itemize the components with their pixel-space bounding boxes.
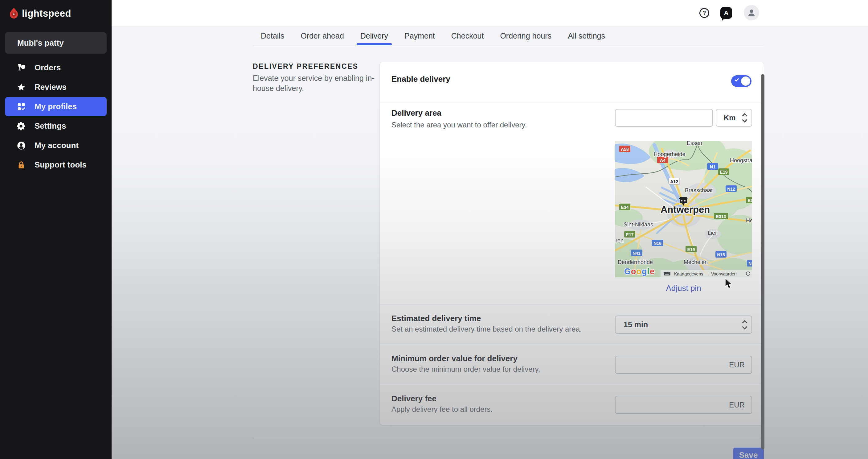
road-badge: E19 bbox=[718, 168, 729, 175]
adjust-pin-link[interactable]: Adjust pin bbox=[615, 284, 752, 293]
svg-text:N10: N10 bbox=[748, 261, 752, 266]
star-icon bbox=[16, 82, 27, 92]
tab-delivery[interactable]: Delivery bbox=[360, 31, 388, 40]
scrollbar-thumb[interactable] bbox=[761, 74, 765, 450]
svg-text:E313: E313 bbox=[716, 214, 726, 219]
minimum-order-label: Minimum order value for delivery bbox=[392, 354, 518, 363]
sidebar-item-my-profiles[interactable]: My profiles bbox=[5, 97, 107, 116]
svg-text:E17: E17 bbox=[626, 232, 634, 237]
google-logo[interactable]: Google bbox=[624, 267, 655, 276]
delivery-area-input[interactable] bbox=[615, 109, 713, 127]
map-data-attribution[interactable]: Kaartgegevens bbox=[674, 271, 703, 277]
svg-text:A4: A4 bbox=[660, 158, 665, 163]
lock-icon bbox=[16, 160, 27, 170]
lightspeed-flame-icon bbox=[9, 7, 19, 20]
svg-text:E19: E19 bbox=[720, 170, 728, 175]
minimum-order-field: EUR bbox=[615, 356, 752, 374]
map-city-label: Sint-Niklaas bbox=[624, 222, 653, 228]
svg-text:A12: A12 bbox=[670, 179, 678, 184]
road-badge: E19 bbox=[685, 246, 696, 252]
section-title: DELIVERY PREFERENCES bbox=[253, 62, 359, 70]
map-terms-link[interactable]: Voorwaarden bbox=[711, 271, 737, 277]
footer-divider bbox=[253, 439, 764, 439]
tab-ordering-hours[interactable]: Ordering hours bbox=[500, 31, 552, 40]
road-badge: E34 bbox=[619, 204, 630, 210]
road-badge: N10 bbox=[747, 260, 752, 266]
business-selector[interactable]: Mubi's patty bbox=[5, 32, 107, 54]
road-badge: E313 bbox=[714, 213, 728, 219]
svg-text:N15: N15 bbox=[717, 252, 725, 257]
svg-text:N16: N16 bbox=[653, 241, 661, 246]
road-badge: A4 bbox=[657, 157, 668, 163]
logo-text: lightspeed bbox=[22, 8, 71, 19]
road-badge: N41 bbox=[631, 250, 642, 256]
keyboard-icon[interactable] bbox=[664, 272, 671, 276]
sidebar-item-label: Orders bbox=[34, 63, 61, 73]
road-badge: N12 bbox=[725, 185, 737, 192]
sidebar-item-label: My account bbox=[34, 141, 79, 150]
tab-order-ahead[interactable]: Order ahead bbox=[301, 31, 344, 40]
tab-details[interactable]: Details bbox=[261, 31, 284, 40]
row-divider bbox=[380, 304, 764, 305]
estimated-time-label: Estimated delivery time bbox=[392, 314, 481, 323]
enable-delivery-toggle[interactable] bbox=[731, 75, 751, 87]
svg-text:E19: E19 bbox=[687, 247, 695, 252]
avatar-person-icon bbox=[747, 8, 756, 17]
road-badge: A58 bbox=[619, 146, 630, 152]
locale-badge-letter: A bbox=[724, 9, 728, 17]
top-header: ? A bbox=[112, 0, 868, 26]
sidebar-item-label: Support tools bbox=[34, 160, 87, 170]
toggle-knob bbox=[741, 77, 750, 86]
content-area: Details Order ahead Delivery Payment Che… bbox=[112, 26, 868, 459]
sidebar-item-my-account[interactable]: My account bbox=[5, 136, 107, 155]
sidebar-item-orders[interactable]: Orders bbox=[5, 58, 107, 78]
profiles-grid-icon bbox=[16, 102, 27, 112]
minimum-order-description: Choose the minimum order value for deliv… bbox=[392, 365, 540, 374]
map-city-label: Essen bbox=[687, 141, 702, 146]
delivery-fee-description: Apply delivery fee to all orders. bbox=[392, 405, 493, 414]
map-city-label: Hoogstraten bbox=[730, 157, 752, 164]
section-description: Elevate your service by enabling in-hous… bbox=[253, 73, 386, 93]
road-badge: E34 bbox=[746, 197, 752, 203]
delivery-area-description: Select the area you want to offer delive… bbox=[392, 121, 527, 129]
svg-text:N12: N12 bbox=[727, 187, 735, 192]
main-area: ? A Details Order ahead Delivery Payment… bbox=[112, 0, 868, 459]
road-badge: A12 bbox=[669, 178, 680, 184]
tab-all-settings[interactable]: All settings bbox=[568, 31, 605, 40]
sidebar-item-settings[interactable]: Settings bbox=[5, 116, 107, 136]
delivery-area-label: Delivery area bbox=[392, 108, 441, 118]
row-divider bbox=[380, 344, 764, 344]
sidebar-item-label: Reviews bbox=[34, 82, 67, 92]
delivery-area-map[interactable]: A58A4N1E19A12N12E34E34E313E17N16E19N41N1… bbox=[615, 141, 752, 277]
tab-checkout[interactable]: Checkout bbox=[451, 31, 484, 40]
estimated-time-select[interactable]: 15 min bbox=[615, 316, 752, 334]
road-badge: N1 bbox=[707, 163, 718, 170]
map-city-label: Dendermonde bbox=[618, 259, 653, 265]
stepper-chevrons-icon bbox=[743, 320, 747, 329]
unit-value: Km bbox=[724, 114, 736, 122]
svg-text:E34: E34 bbox=[621, 205, 629, 210]
sidebar-item-label: Settings bbox=[34, 121, 66, 131]
delivery-preferences-card: Enable delivery Delivery area Select the… bbox=[380, 62, 764, 425]
help-icon[interactable]: ? bbox=[700, 8, 709, 18]
map-city-label: Herentals bbox=[746, 218, 752, 224]
tab-payment[interactable]: Payment bbox=[404, 31, 435, 40]
delivery-area-unit-select[interactable]: Km bbox=[716, 109, 752, 127]
sidebar-item-reviews[interactable]: Reviews bbox=[5, 78, 107, 97]
map-city-label: Brasschaat bbox=[685, 187, 713, 193]
locale-badge-icon[interactable]: A bbox=[720, 7, 732, 19]
row-divider bbox=[380, 384, 764, 384]
tab-divider bbox=[253, 46, 764, 46]
map-city-label: Lier bbox=[708, 230, 717, 236]
map-city-label: ren bbox=[616, 237, 624, 244]
sidebar: lightspeed Mubi's patty Orders Revie bbox=[0, 0, 112, 459]
road-badge: E17 bbox=[624, 231, 635, 237]
person-circle-icon bbox=[16, 140, 27, 151]
sidebar-item-support-tools[interactable]: Support tools bbox=[5, 155, 107, 175]
svg-text:N1: N1 bbox=[710, 165, 715, 169]
user-avatar[interactable] bbox=[744, 5, 759, 20]
gear-icon bbox=[16, 121, 27, 132]
tab-bar: Details Order ahead Delivery Payment Che… bbox=[261, 26, 605, 46]
delivery-fee-field: EUR bbox=[615, 396, 752, 414]
save-button[interactable]: Save bbox=[733, 448, 764, 459]
